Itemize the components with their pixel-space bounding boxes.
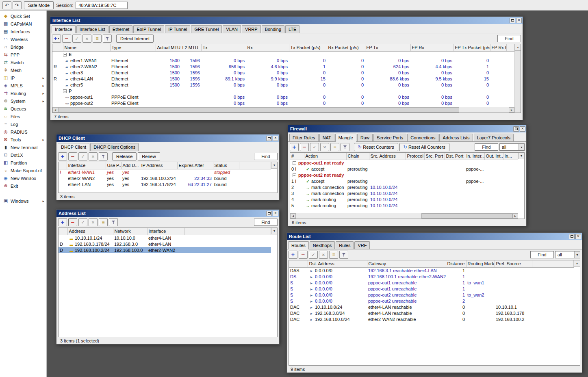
table-row[interactable]: 2mark connectionprerouting10.10.10.0/24: [290, 184, 518, 190]
window-titlebar[interactable]: DHCP Client: [56, 134, 279, 142]
tab-dhcp-client-options[interactable]: DHCP Client Options: [90, 143, 139, 151]
table-row[interactable]: S0.0.0.0/0pppoe-out2 unreachable1to_wan2: [289, 292, 574, 298]
scroll-right-button[interactable]: [512, 213, 518, 219]
sidebar-item-quick-set[interactable]: Quick Set: [0, 12, 46, 20]
tab-nexthops[interactable]: Nexthops: [310, 241, 335, 249]
column-header-item[interactable]: [59, 162, 67, 169]
column-header-ip-address[interactable]: IP Address: [140, 162, 177, 169]
sidebar-item-wireless[interactable]: Wireless: [0, 35, 46, 43]
release-button[interactable]: Release: [112, 152, 137, 160]
group-row[interactable]: pppoe-out1 not ready: [290, 160, 518, 166]
remove-button[interactable]: [68, 152, 77, 160]
comment-button[interactable]: [93, 35, 102, 43]
column-header-src-port[interactable]: Src. Port: [424, 153, 445, 160]
column-header-src-address[interactable]: Src. Address: [369, 153, 406, 160]
column-header-in[interactable]: In...: [503, 153, 513, 160]
tab-vlan[interactable]: VLAN: [223, 25, 241, 33]
table-row[interactable]: ether3Ethernet150015960 bps0 bps000 bps0…: [52, 69, 514, 76]
table-row[interactable]: D192.168.3.178/24192.168.3.0ether4-LAN: [59, 241, 271, 247]
disable-button[interactable]: [320, 143, 329, 151]
column-header-add-d[interactable]: Add D...: [121, 162, 140, 169]
sidebar-item-make-supout-rif[interactable]: Make Supout.rif: [0, 167, 46, 174]
collapse-toggle[interactable]: [63, 89, 67, 93]
collapse-toggle[interactable]: [63, 53, 67, 56]
sidebar-item-mpls[interactable]: MPLS▸: [0, 82, 46, 89]
tab-ip-tunnel[interactable]: IP Tunnel: [165, 25, 190, 33]
tab-layer7-protocols[interactable]: Layer7 Protocols: [474, 134, 514, 141]
sidebar-item-exit[interactable]: Exit: [0, 182, 46, 190]
tab-filter-rules[interactable]: Filter Rules: [289, 134, 319, 141]
column-header-address[interactable]: Address: [67, 228, 113, 235]
close-button[interactable]: [516, 18, 522, 23]
add-button[interactable]: [58, 218, 67, 226]
table-row[interactable]: DAC192.168.3.0/24ether4-LAN reachable019…: [289, 310, 574, 316]
safe-mode-button[interactable]: Safe Mode: [24, 1, 54, 9]
column-chooser-button[interactable]: [518, 153, 524, 159]
column-header-tx-packet-p-s[interactable]: Tx Packet (p/s): [289, 44, 327, 51]
enable-button[interactable]: [310, 143, 319, 151]
find-input[interactable]: [497, 35, 521, 42]
column-header-item[interactable]: [52, 44, 63, 51]
tab-gre-tunnel[interactable]: GRE Tunnel: [191, 25, 222, 33]
table-row[interactable]: ether5Ethernet150015960 bps0 bps000 bps0…: [52, 82, 514, 88]
column-header-fp-tx[interactable]: FP Tx: [365, 44, 410, 51]
sidebar-item-partition[interactable]: Partition: [0, 159, 46, 167]
window-titlebar[interactable]: Interface List: [50, 17, 523, 24]
filter-select[interactable]: all: [555, 251, 580, 258]
remove-button[interactable]: [300, 143, 309, 151]
scroll-right-button[interactable]: [509, 107, 514, 113]
add-button[interactable]: [289, 251, 297, 259]
tab-eoip-tunnel[interactable]: EoIP Tunnel: [133, 25, 164, 33]
table-row[interactable]: 0 Iacceptpreroutingpppoe-...: [290, 166, 518, 172]
table-row[interactable]: DAS0.0.0.0/0192.168.3.1 reachable ether4…: [289, 267, 574, 273]
tab-address-lists[interactable]: Address Lists: [439, 134, 473, 141]
column-chooser-button[interactable]: [515, 44, 521, 51]
sidebar-item-tools[interactable]: Tools▸: [0, 136, 46, 143]
column-header-out-int[interactable]: Out. Int...: [484, 153, 503, 160]
window-titlebar[interactable]: Firewall: [288, 125, 526, 132]
table-row[interactable]: D192.168.100.2/24192.168.100.0ether2-WAN…: [59, 247, 271, 253]
scrollbar-thumb[interactable]: [421, 213, 512, 219]
comment-button[interactable]: [330, 143, 339, 151]
restore-button[interactable]: [569, 234, 575, 239]
column-header-distance[interactable]: Distance: [446, 260, 466, 267]
column-header-in-inter[interactable]: In. Inter...: [465, 153, 484, 160]
comment-button[interactable]: [329, 251, 338, 259]
column-header-pref-source[interactable]: Pref. Source: [495, 260, 532, 267]
table-row[interactable]: Iether1-WAN1yesyesstopped: [59, 169, 271, 175]
filter-button[interactable]: [109, 218, 118, 226]
filter-button[interactable]: [103, 35, 112, 43]
column-header-name[interactable]: Name: [63, 44, 110, 51]
table-row[interactable]: S0.0.0.0/0pppoe-out2 unreachable2: [289, 298, 574, 304]
table-row[interactable]: DS0.0.0.0/0192.168.100.1 reachable ether…: [289, 273, 574, 280]
add-button[interactable]: [58, 152, 67, 160]
horizontal-scrollbar[interactable]: [290, 213, 518, 219]
undo-button[interactable]: [2, 1, 11, 9]
enable-button[interactable]: [72, 35, 81, 43]
sidebar-item-capsman[interactable]: CAPsMAN: [0, 20, 46, 28]
filter-select[interactable]: all: [499, 143, 525, 151]
table-row[interactable]: DAC10.10.10.0/24ether4-LAN reachable010.…: [289, 304, 574, 310]
table-row[interactable]: pppoe-out1PPPoE Client0 bps0 bps000 bps0…: [52, 94, 514, 100]
restore-button[interactable]: [266, 211, 272, 216]
group-row[interactable]: pppoe-out2 not ready: [290, 172, 518, 178]
table-row[interactable]: DAC192.168.100.0/24ether2-WAN2 reachable…: [289, 316, 574, 322]
column-header-fp-rx[interactable]: FP Rx: [410, 44, 453, 51]
tab-bonding[interactable]: Bonding: [262, 25, 284, 33]
vertical-scrollbar[interactable]: [514, 44, 521, 113]
column-chooser-button[interactable]: [574, 260, 580, 267]
filter-button[interactable]: [99, 152, 108, 160]
column-header-type[interactable]: Type: [110, 44, 156, 51]
tab-vrrp[interactable]: VRRP: [242, 25, 261, 33]
column-header-tx[interactable]: Tx: [201, 44, 246, 51]
add-button[interactable]: [290, 143, 299, 151]
tab-raw[interactable]: Raw: [357, 134, 373, 141]
group-row[interactable]: E: [52, 51, 514, 57]
column-header-fp-tx-packet-p-s[interactable]: FP Tx Packet (p/s): [453, 44, 490, 51]
tab-nat[interactable]: NAT: [319, 134, 334, 141]
find-input[interactable]: [475, 143, 498, 151]
disable-button[interactable]: [89, 218, 98, 226]
column-header-rx-packet-p-s[interactable]: Rx Packet (p/s): [327, 44, 365, 51]
column-header-dst-port[interactable]: Dst. Port: [445, 153, 465, 160]
scroll-left-button[interactable]: [52, 107, 58, 113]
